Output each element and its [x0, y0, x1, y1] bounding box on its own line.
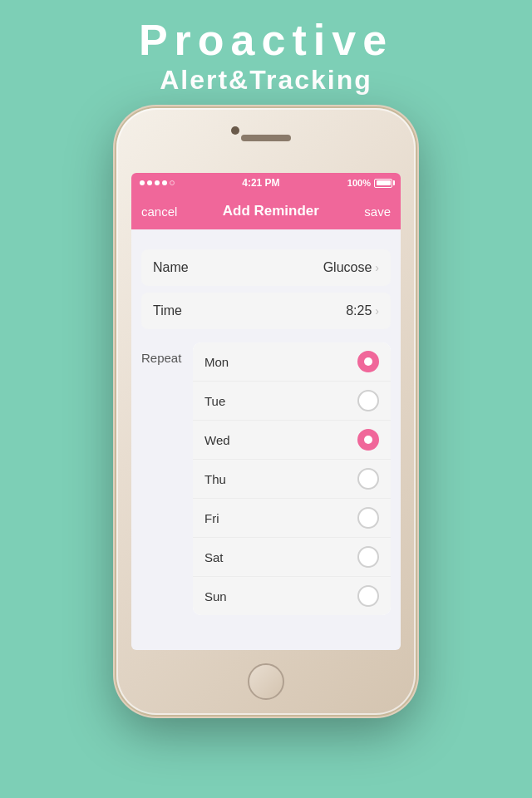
repeat-row-wed[interactable]: Wed [193, 421, 391, 460]
dot-1 [140, 180, 145, 185]
time-value: 8:25 [346, 303, 372, 318]
dot-3 [155, 180, 160, 185]
name-label: Name [153, 260, 189, 275]
dot-5 [170, 180, 175, 185]
name-field-group: Name Glucose › [141, 249, 391, 286]
name-field-row[interactable]: Name Glucose › [141, 249, 391, 286]
repeat-list: MonTueWedThuFriSatSun [193, 342, 391, 615]
repeat-toggle-sun[interactable] [357, 585, 379, 607]
name-chevron: › [375, 261, 379, 274]
phone-shell: 4:21 PM 100% cancel Add Reminder save Na… [116, 108, 416, 715]
nav-title: Add Reminder [223, 203, 319, 219]
repeat-day-label: Fri [204, 511, 219, 525]
dot-4 [162, 180, 167, 185]
repeat-toggle-fri[interactable] [357, 507, 379, 529]
repeat-toggle-mon[interactable] [357, 351, 379, 372]
bg-subtitle: Alert&Tracking [0, 65, 532, 96]
repeat-row-fri[interactable]: Fri [193, 499, 391, 538]
time-field-row[interactable]: Time 8:25 › [141, 293, 391, 329]
time-chevron: › [375, 304, 379, 318]
nav-bar: cancel Add Reminder save [131, 193, 401, 229]
repeat-row-sat[interactable]: Sat [193, 538, 391, 577]
time-value-group: 8:25 › [346, 303, 379, 318]
repeat-day-label: Tue [204, 394, 225, 408]
battery-label: 100% [347, 178, 371, 188]
repeat-day-label: Wed [204, 433, 230, 447]
repeat-section: Repeat MonTueWedThuFriSatSun [141, 342, 391, 615]
phone-home[interactable] [248, 663, 284, 700]
status-right: 100% [347, 178, 392, 188]
repeat-row-tue[interactable]: Tue [193, 382, 391, 421]
dot-2 [147, 180, 152, 185]
repeat-row-thu[interactable]: Thu [193, 460, 391, 499]
repeat-day-label: Sun [204, 589, 227, 603]
repeat-section-label: Repeat [141, 342, 193, 365]
status-dots [140, 180, 175, 185]
repeat-toggle-wed[interactable] [357, 429, 379, 451]
battery-icon [374, 179, 392, 188]
repeat-row-sun[interactable]: Sun [193, 577, 391, 615]
time-label: Time [153, 303, 182, 318]
cancel-button[interactable]: cancel [141, 204, 177, 219]
battery-fill [377, 180, 391, 185]
status-time: 4:21 PM [242, 177, 279, 189]
save-button[interactable]: save [364, 204, 391, 219]
repeat-day-label: Mon [204, 355, 229, 369]
phone-camera [231, 126, 239, 135]
repeat-toggle-tue[interactable] [357, 390, 379, 411]
repeat-toggle-sat[interactable] [357, 546, 379, 568]
name-value-group: Glucose › [323, 260, 379, 275]
repeat-day-label: Sat [204, 550, 224, 564]
repeat-row-mon[interactable]: Mon [193, 342, 391, 382]
repeat-day-label: Thu [204, 472, 226, 486]
name-value: Glucose [323, 260, 372, 275]
repeat-toggle-thu[interactable] [357, 468, 379, 490]
phone-screen: 4:21 PM 100% cancel Add Reminder save Na… [131, 173, 401, 650]
content: Name Glucose › Time 8:25 › [131, 229, 401, 628]
phone-speaker [241, 135, 291, 141]
status-bar: 4:21 PM 100% [131, 173, 401, 193]
bg-title: Proactive [0, 15, 532, 65]
time-field-group: Time 8:25 › [141, 293, 391, 329]
